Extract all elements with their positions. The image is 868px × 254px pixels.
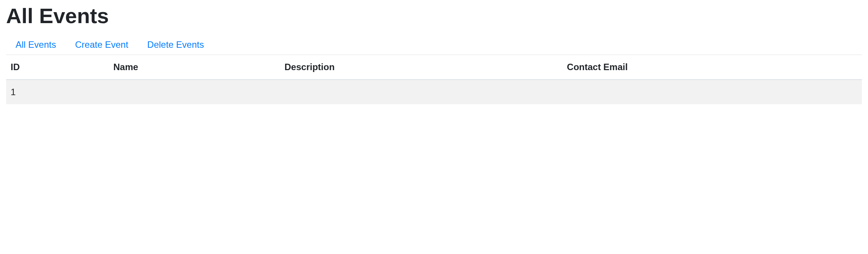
- tab-all-events[interactable]: All Events: [6, 34, 66, 55]
- events-table: ID Name Description Contact Email 1: [6, 55, 862, 104]
- nav-tabs: All Events Create Event Delete Events: [6, 34, 862, 55]
- table-header-name: Name: [109, 55, 280, 80]
- cell-id: 1: [6, 80, 109, 104]
- tab-create-event[interactable]: Create Event: [66, 34, 138, 55]
- cell-description: [280, 80, 562, 104]
- cell-contact-email: [562, 80, 862, 104]
- table-header-contact-email: Contact Email: [562, 55, 862, 80]
- tab-link-create-event[interactable]: Create Event: [66, 34, 138, 55]
- table-row: 1: [6, 80, 862, 104]
- cell-name: [109, 80, 280, 104]
- tab-link-all-events[interactable]: All Events: [6, 34, 66, 55]
- tab-delete-events[interactable]: Delete Events: [138, 34, 213, 55]
- tab-link-delete-events[interactable]: Delete Events: [138, 34, 213, 55]
- table-header-row: ID Name Description Contact Email: [6, 55, 862, 80]
- table-header-description: Description: [280, 55, 562, 80]
- table-header-id: ID: [6, 55, 109, 80]
- page-title: All Events: [6, 3, 862, 28]
